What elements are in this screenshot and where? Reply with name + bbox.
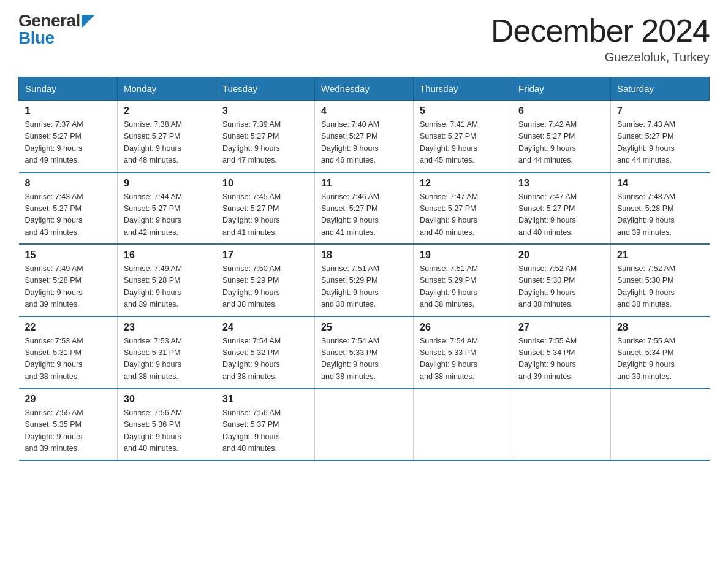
- calendar-day-cell: 3 Sunrise: 7:39 AM Sunset: 5:27 PM Dayli…: [216, 101, 315, 172]
- calendar-day-cell: 2 Sunrise: 7:38 AM Sunset: 5:27 PM Dayli…: [118, 101, 216, 172]
- weekday-header-sunday: Sunday: [19, 77, 118, 101]
- calendar-day-cell: 15 Sunrise: 7:49 AM Sunset: 5:28 PM Dayl…: [19, 244, 118, 316]
- day-info: Sunrise: 7:47 AM Sunset: 5:27 PM Dayligh…: [518, 191, 604, 239]
- day-info: Sunrise: 7:52 AM Sunset: 5:30 PM Dayligh…: [617, 263, 703, 311]
- day-number: 22: [25, 322, 112, 333]
- calendar-day-cell: 12 Sunrise: 7:47 AM Sunset: 5:27 PM Dayl…: [414, 172, 512, 245]
- day-info: Sunrise: 7:38 AM Sunset: 5:27 PM Dayligh…: [124, 119, 210, 167]
- calendar-day-cell: [611, 388, 710, 461]
- day-number: 4: [321, 105, 407, 117]
- day-number: 31: [222, 394, 308, 405]
- day-number: 30: [124, 394, 210, 405]
- day-info: Sunrise: 7:49 AM Sunset: 5:28 PM Dayligh…: [25, 263, 112, 311]
- day-number: 26: [420, 322, 506, 333]
- day-number: 17: [222, 250, 308, 261]
- day-info: Sunrise: 7:54 AM Sunset: 5:32 PM Dayligh…: [222, 335, 308, 383]
- day-number: 1: [25, 105, 112, 117]
- calendar-day-cell: 22 Sunrise: 7:53 AM Sunset: 5:31 PM Dayl…: [19, 316, 118, 389]
- day-number: 27: [518, 322, 604, 333]
- day-number: 18: [321, 250, 407, 261]
- day-number: 25: [321, 322, 407, 333]
- day-info: Sunrise: 7:42 AM Sunset: 5:27 PM Dayligh…: [518, 119, 604, 167]
- weekday-header-monday: Monday: [118, 77, 216, 101]
- day-number: 20: [518, 250, 604, 261]
- logo-general-text: General: [18, 12, 80, 29]
- calendar-day-cell: 13 Sunrise: 7:47 AM Sunset: 5:27 PM Dayl…: [512, 172, 611, 245]
- logo-triangle-icon: [82, 15, 95, 28]
- day-info: Sunrise: 7:44 AM Sunset: 5:27 PM Dayligh…: [124, 191, 210, 239]
- weekday-header-thursday: Thursday: [414, 77, 512, 101]
- day-info: Sunrise: 7:43 AM Sunset: 5:27 PM Dayligh…: [25, 191, 112, 239]
- day-info: Sunrise: 7:49 AM Sunset: 5:28 PM Dayligh…: [124, 263, 210, 311]
- calendar-day-cell: 26 Sunrise: 7:54 AM Sunset: 5:33 PM Dayl…: [414, 316, 512, 389]
- calendar-day-cell: 20 Sunrise: 7:52 AM Sunset: 5:30 PM Dayl…: [512, 244, 611, 316]
- day-number: 7: [617, 105, 703, 117]
- day-info: Sunrise: 7:46 AM Sunset: 5:27 PM Dayligh…: [321, 191, 407, 239]
- day-info: Sunrise: 7:56 AM Sunset: 5:36 PM Dayligh…: [124, 407, 210, 455]
- day-info: Sunrise: 7:53 AM Sunset: 5:31 PM Dayligh…: [124, 335, 210, 383]
- day-info: Sunrise: 7:45 AM Sunset: 5:27 PM Dayligh…: [222, 191, 308, 239]
- day-number: 14: [617, 178, 703, 189]
- calendar-day-cell: 29 Sunrise: 7:55 AM Sunset: 5:35 PM Dayl…: [19, 388, 118, 461]
- day-number: 12: [420, 178, 506, 189]
- weekday-header-row: SundayMondayTuesdayWednesdayThursdayFrid…: [19, 77, 710, 101]
- day-number: 24: [222, 322, 308, 333]
- weekday-header-saturday: Saturday: [611, 77, 710, 101]
- page-header: General Blue December 2024 Guezeloluk, T…: [18, 12, 710, 64]
- weekday-header-wednesday: Wednesday: [315, 77, 414, 101]
- day-number: 21: [617, 250, 703, 261]
- calendar-day-cell: 11 Sunrise: 7:46 AM Sunset: 5:27 PM Dayl…: [315, 172, 414, 245]
- day-info: Sunrise: 7:53 AM Sunset: 5:31 PM Dayligh…: [25, 335, 112, 383]
- calendar-day-cell: 21 Sunrise: 7:52 AM Sunset: 5:30 PM Dayl…: [611, 244, 710, 316]
- day-info: Sunrise: 7:48 AM Sunset: 5:28 PM Dayligh…: [617, 191, 703, 239]
- day-number: 8: [25, 178, 112, 189]
- day-info: Sunrise: 7:37 AM Sunset: 5:27 PM Dayligh…: [25, 119, 112, 167]
- day-number: 11: [321, 178, 407, 189]
- day-info: Sunrise: 7:51 AM Sunset: 5:29 PM Dayligh…: [321, 263, 407, 311]
- calendar-day-cell: 17 Sunrise: 7:50 AM Sunset: 5:29 PM Dayl…: [216, 244, 315, 316]
- day-info: Sunrise: 7:56 AM Sunset: 5:37 PM Dayligh…: [222, 407, 308, 455]
- logo-blue-text: Blue: [18, 28, 55, 47]
- calendar-day-cell: 14 Sunrise: 7:48 AM Sunset: 5:28 PM Dayl…: [611, 172, 710, 245]
- svg-marker-0: [82, 15, 95, 28]
- day-info: Sunrise: 7:54 AM Sunset: 5:33 PM Dayligh…: [420, 335, 506, 383]
- calendar-day-cell: [315, 388, 414, 461]
- day-number: 15: [25, 250, 112, 261]
- title-block: December 2024 Guezeloluk, Turkey: [491, 12, 710, 64]
- weekday-header-friday: Friday: [512, 77, 611, 101]
- day-info: Sunrise: 7:55 AM Sunset: 5:34 PM Dayligh…: [518, 335, 604, 383]
- day-info: Sunrise: 7:39 AM Sunset: 5:27 PM Dayligh…: [222, 119, 308, 167]
- calendar-week-row: 1 Sunrise: 7:37 AM Sunset: 5:27 PM Dayli…: [19, 101, 710, 172]
- day-number: 3: [222, 105, 308, 117]
- calendar-day-cell: 4 Sunrise: 7:40 AM Sunset: 5:27 PM Dayli…: [315, 101, 414, 172]
- weekday-header-tuesday: Tuesday: [216, 77, 315, 101]
- day-info: Sunrise: 7:50 AM Sunset: 5:29 PM Dayligh…: [222, 263, 308, 311]
- day-info: Sunrise: 7:41 AM Sunset: 5:27 PM Dayligh…: [420, 119, 506, 167]
- calendar-day-cell: [512, 388, 611, 461]
- calendar-table: SundayMondayTuesdayWednesdayThursdayFrid…: [18, 77, 710, 461]
- calendar-day-cell: 28 Sunrise: 7:55 AM Sunset: 5:34 PM Dayl…: [611, 316, 710, 389]
- day-number: 16: [124, 250, 210, 261]
- calendar-week-row: 15 Sunrise: 7:49 AM Sunset: 5:28 PM Dayl…: [19, 244, 710, 316]
- day-info: Sunrise: 7:55 AM Sunset: 5:34 PM Dayligh…: [617, 335, 703, 383]
- day-number: 19: [420, 250, 506, 261]
- calendar-week-row: 22 Sunrise: 7:53 AM Sunset: 5:31 PM Dayl…: [19, 316, 710, 389]
- day-number: 6: [518, 105, 604, 117]
- month-title: December 2024: [491, 12, 710, 49]
- calendar-day-cell: 5 Sunrise: 7:41 AM Sunset: 5:27 PM Dayli…: [414, 101, 512, 172]
- day-info: Sunrise: 7:54 AM Sunset: 5:33 PM Dayligh…: [321, 335, 407, 383]
- day-number: 29: [25, 394, 112, 405]
- calendar-day-cell: 1 Sunrise: 7:37 AM Sunset: 5:27 PM Dayli…: [19, 101, 118, 172]
- day-number: 28: [617, 322, 703, 333]
- day-info: Sunrise: 7:51 AM Sunset: 5:29 PM Dayligh…: [420, 263, 506, 311]
- day-number: 2: [124, 105, 210, 117]
- day-info: Sunrise: 7:40 AM Sunset: 5:27 PM Dayligh…: [321, 119, 407, 167]
- calendar-day-cell: 19 Sunrise: 7:51 AM Sunset: 5:29 PM Dayl…: [414, 244, 512, 316]
- logo: General Blue: [18, 12, 95, 47]
- day-number: 5: [420, 105, 506, 117]
- calendar-day-cell: 27 Sunrise: 7:55 AM Sunset: 5:34 PM Dayl…: [512, 316, 611, 389]
- calendar-day-cell: 25 Sunrise: 7:54 AM Sunset: 5:33 PM Dayl…: [315, 316, 414, 389]
- day-info: Sunrise: 7:55 AM Sunset: 5:35 PM Dayligh…: [25, 407, 112, 455]
- calendar-day-cell: 24 Sunrise: 7:54 AM Sunset: 5:32 PM Dayl…: [216, 316, 315, 389]
- calendar-day-cell: 7 Sunrise: 7:43 AM Sunset: 5:27 PM Dayli…: [611, 101, 710, 172]
